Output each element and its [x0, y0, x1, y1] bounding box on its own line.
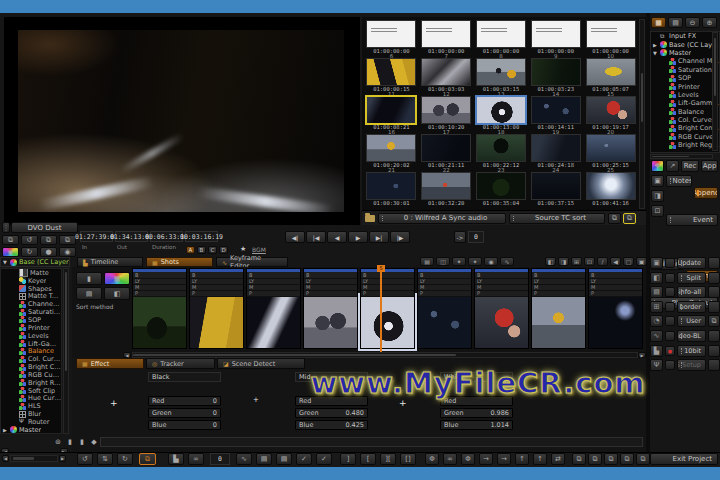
tab-shots[interactable]: ▦ Shots: [146, 257, 213, 267]
link-icon[interactable]: ∞: [188, 453, 204, 465]
copy4-icon[interactable]: ⧉: [620, 453, 634, 465]
printer-light2-icon[interactable]: ▤: [276, 453, 292, 465]
arrow-orange-icon[interactable]: →: [497, 453, 511, 465]
extra-icon[interactable]: [708, 359, 720, 371]
record-dot-icon[interactable]: [665, 273, 675, 283]
hand-tool-icon[interactable]: ✦: [452, 257, 466, 266]
timeline-clip[interactable]: B LY M P: [474, 268, 529, 351]
white-green-row[interactable]: Green0.986: [440, 408, 513, 418]
pen-tool-icon[interactable]: ↗: [666, 160, 679, 172]
paste-dim-icon[interactable]: ⧉: [40, 235, 57, 245]
zoom-out-icon[interactable]: ⊖: [685, 17, 700, 28]
fx-tree-item[interactable]: Lift-Gamma-Gain: [651, 99, 719, 107]
panel-handle[interactable]: ⋮: [2, 222, 10, 233]
clip-thumbnail[interactable]: [303, 295, 358, 349]
fx-tree-item[interactable]: Printer: [1, 324, 61, 332]
trim-right-icon[interactable]: Φ: [461, 453, 475, 465]
timeline-clip[interactable]: B LY M P: [417, 268, 472, 351]
tab-keyframe-editor[interactable]: ∿ Keyframe Editor: [216, 257, 288, 267]
bottom-hscrollbar[interactable]: [10, 455, 58, 462]
tool-button[interactable]: Split: [677, 272, 706, 284]
notes-button[interactable]: Notes: [666, 175, 692, 187]
slate-info-icon[interactable]: ◨: [651, 190, 664, 202]
record-dot-icon[interactable]: [665, 302, 675, 312]
step-forward-button[interactable]: |▶: [390, 231, 410, 243]
bank-button[interactable]: B: [197, 246, 206, 254]
fx-tree-item[interactable]: Balance: [651, 108, 719, 116]
undo-button[interactable]: ↺: [77, 453, 93, 465]
tool-icon[interactable]: ▙: [650, 345, 663, 357]
fx-tree-item[interactable]: Input FX: [651, 32, 719, 40]
playhead-flag[interactable]: 5: [377, 265, 385, 272]
fx-tree-item[interactable]: Bright Regions: [1, 379, 61, 387]
thumbnail-image[interactable]: [421, 134, 471, 162]
shot-film-icon[interactable]: ▮: [76, 272, 102, 285]
note-input[interactable]: [100, 437, 643, 447]
thumbnail-image[interactable]: [476, 58, 526, 86]
record-dot-icon[interactable]: ●: [665, 346, 675, 356]
frame-store-icon[interactable]: ▣: [651, 175, 664, 187]
browser-cell[interactable]: 01:00:00:15 11: [364, 57, 419, 95]
fx-tree-item[interactable]: Printer: [651, 82, 719, 90]
browser-cell[interactable]: 01:00:24:18 24: [528, 133, 583, 171]
clip-thumbnail[interactable]: [246, 295, 301, 349]
black-blue-row[interactable]: Blue0: [148, 420, 221, 430]
sort-mode-dropdown[interactable]: Source TC sort: [509, 213, 605, 224]
fx-tree-item[interactable]: RGB Curves: [651, 133, 719, 141]
browser-cell[interactable]: 01:00:30:01: [364, 171, 419, 209]
clip-track-header[interactable]: B LY M P: [132, 268, 187, 295]
fx-tree-item[interactable]: SOP: [651, 74, 719, 82]
thumbnail-image[interactable]: [531, 20, 581, 48]
copy2-icon[interactable]: ⧉: [588, 453, 602, 465]
tool-button[interactable]: Video-BL: [677, 330, 706, 342]
browser-cell[interactable]: 01:00:00:00 9: [528, 19, 583, 57]
browser-cell[interactable]: 01:00:03:23 14: [528, 57, 583, 95]
clip-track-header[interactable]: B LY M P: [588, 268, 643, 295]
clip-track-header[interactable]: B LY M P: [303, 268, 358, 295]
extra-icon[interactable]: [708, 330, 720, 342]
levels-icon[interactable]: ▙: [168, 453, 184, 465]
thumbnail-image[interactable]: [586, 58, 636, 86]
white-blue-row[interactable]: Blue1.014: [440, 420, 513, 430]
tab-effect[interactable]: ▦ Effect: [76, 358, 144, 369]
cc-multi-icon[interactable]: ❖: [651, 160, 664, 172]
duration-field[interactable]: 00:06:33:18: [150, 231, 183, 242]
extra-icon[interactable]: [708, 257, 720, 269]
record-icon[interactable]: ◉: [59, 247, 76, 257]
clip-track-header[interactable]: B LY M P: [246, 268, 301, 295]
collapse-arrow-icon[interactable]: ▼: [2, 259, 8, 265]
thumbnail-image[interactable]: [421, 20, 471, 48]
record-dot-icon[interactable]: [665, 360, 675, 370]
apply-check-red-icon[interactable]: ✓: [316, 453, 332, 465]
curve-icon[interactable]: ∿: [236, 453, 252, 465]
thumbnail-image[interactable]: [531, 134, 581, 162]
browser-cell[interactable]: 01:00:05:07 15: [583, 57, 638, 95]
thumbnail-image[interactable]: [421, 172, 471, 200]
record-dot-icon[interactable]: [665, 287, 675, 297]
step-back-button[interactable]: ◀|: [285, 231, 305, 243]
timeline-clip[interactable]: B LY M P: [246, 268, 301, 351]
copy5-icon[interactable]: ⧉: [636, 453, 650, 465]
clip-track-header[interactable]: B LY M P: [531, 268, 586, 295]
timeline-clip[interactable]: B LY M P: [360, 268, 415, 351]
thumbnail-image[interactable]: [421, 96, 471, 124]
thumbnail-image[interactable]: [366, 96, 416, 124]
expand-arrow-icon[interactable]: ▼: [652, 50, 658, 56]
browser-cell[interactable]: 01:00:03:15 13: [474, 57, 529, 95]
fx-tree-item[interactable]: Channel Mixer: [651, 57, 719, 65]
diamond-icon[interactable]: ◆: [89, 437, 99, 447]
copy3-icon[interactable]: ⧉: [604, 453, 618, 465]
copy-grade-icon[interactable]: ⧉: [2, 235, 19, 245]
paste-shot-icon[interactable]: ⧉: [608, 213, 621, 224]
mark-in-icon[interactable]: [: [360, 453, 376, 465]
shot-bw-icon[interactable]: ◧: [104, 287, 130, 300]
clip-track-header[interactable]: B LY M P: [474, 268, 529, 295]
mark-out-icon[interactable]: ]: [340, 453, 356, 465]
browser-cell[interactable]: 01:00:37:15: [528, 171, 583, 209]
mark-both-icon[interactable]: ][: [380, 453, 396, 465]
extra-icon[interactable]: [708, 272, 720, 284]
browser-cell[interactable]: 01:00:22:12 23: [474, 133, 529, 171]
browser-cell[interactable]: 01:00:20:02 21: [364, 133, 419, 171]
mid-wheel-cursor[interactable]: +: [253, 396, 259, 404]
extra-icon[interactable]: [708, 286, 720, 298]
